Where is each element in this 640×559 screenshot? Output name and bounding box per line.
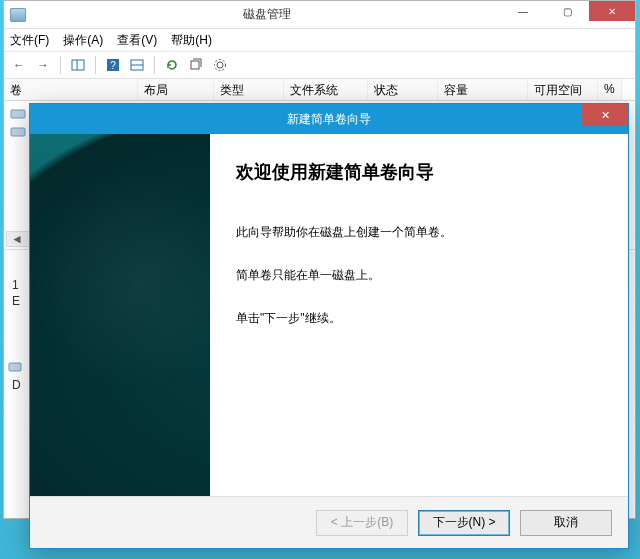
column-type[interactable]: 类型 [214,79,284,100]
svg-rect-6 [191,61,199,69]
refresh-button[interactable] [163,56,181,74]
view-panes-button[interactable] [69,56,87,74]
table-header-row: 卷 布局 类型 文件系统 状态 容量 可用空间 % [4,79,635,101]
partial-text: D [12,378,21,392]
new-simple-volume-wizard: 新建简单卷向导 ✕ 欢迎使用新建简单卷向导 此向导帮助你在磁盘上创建一个简单卷。… [29,103,629,549]
column-volume[interactable]: 卷 [4,79,138,100]
wizard-cancel-button[interactable]: 取消 [520,510,612,536]
arrow-left-icon: ← [13,58,25,72]
rescan-button[interactable] [187,56,205,74]
menu-file[interactable]: 文件(F) [10,32,49,49]
partial-text: E [12,294,20,308]
toolbar-separator [95,56,96,74]
svg-rect-11 [9,363,21,371]
scroll-left-icon[interactable]: ◄ [9,233,25,245]
svg-text:?: ? [110,60,116,71]
nav-back-button[interactable]: ← [10,56,28,74]
wizard-close-button[interactable]: ✕ [582,104,628,126]
help-icon: ? [106,58,120,72]
column-layout[interactable]: 布局 [138,79,214,100]
svg-point-8 [215,60,226,71]
column-capacity[interactable]: 容量 [438,79,528,100]
menu-bar: 文件(F) 操作(A) 查看(V) 帮助(H) [4,29,635,51]
wizard-paragraph: 此向导帮助你在磁盘上创建一个简单卷。 [236,224,604,241]
settings-button[interactable] [211,56,229,74]
wizard-side-graphic [30,134,210,496]
wizard-content: 欢迎使用新建简单卷向导 此向导帮助你在磁盘上创建一个简单卷。 简单卷只能在单一磁… [210,134,628,496]
wizard-titlebar[interactable]: 新建简单卷向导 ✕ [30,104,628,134]
disk-icon [10,107,26,121]
svg-rect-0 [72,60,84,70]
toolbar-separator [60,56,61,74]
help-toolbar-button[interactable]: ? [104,56,122,74]
view-list-button[interactable] [128,56,146,74]
menu-help[interactable]: 帮助(H) [171,32,212,49]
toolbar-separator [154,56,155,74]
desktop-background: 磁盘管理 — ▢ ✕ 文件(F) 操作(A) 查看(V) 帮助(H) ← → ? [0,0,640,559]
window-controls: — ▢ ✕ [501,1,635,28]
close-button[interactable]: ✕ [589,1,635,21]
wizard-title: 新建简单卷向导 [287,111,371,128]
menu-view[interactable]: 查看(V) [117,32,157,49]
window-title: 磁盘管理 [32,6,501,23]
app-icon [10,8,26,22]
gear-icon [213,58,227,72]
disk-icon [8,360,22,374]
refresh-icon [165,58,179,72]
list-icon [130,58,144,72]
nav-forward-button[interactable]: → [34,56,52,74]
column-status[interactable]: 状态 [368,79,438,100]
wizard-back-button: < 上一步(B) [316,510,408,536]
rescan-icon [189,58,203,72]
partial-text: 1 [12,278,19,292]
wizard-body: 欢迎使用新建简单卷向导 此向导帮助你在磁盘上创建一个简单卷。 简单卷只能在单一磁… [30,134,628,496]
panes-icon [71,58,85,72]
wizard-footer: < 上一步(B) 下一步(N) > 取消 [30,496,628,548]
disk-icon [10,125,26,139]
wizard-paragraph: 简单卷只能在单一磁盘上。 [236,267,604,284]
menu-action[interactable]: 操作(A) [63,32,103,49]
column-freespace[interactable]: 可用空间 [528,79,598,100]
svg-point-7 [217,62,223,68]
titlebar[interactable]: 磁盘管理 — ▢ ✕ [4,1,635,29]
column-filesystem[interactable]: 文件系统 [284,79,368,100]
maximize-button[interactable]: ▢ [545,1,589,21]
minimize-button[interactable]: — [501,1,545,21]
column-percent[interactable]: % [598,79,622,100]
wizard-paragraph: 单击"下一步"继续。 [236,310,604,327]
svg-rect-10 [11,128,25,136]
arrow-right-icon: → [37,58,49,72]
close-icon: ✕ [601,109,610,122]
wizard-next-button[interactable]: 下一步(N) > [418,510,510,536]
svg-rect-9 [11,110,25,118]
wizard-heading: 欢迎使用新建简单卷向导 [236,160,604,184]
toolbar: ← → ? [4,51,635,79]
